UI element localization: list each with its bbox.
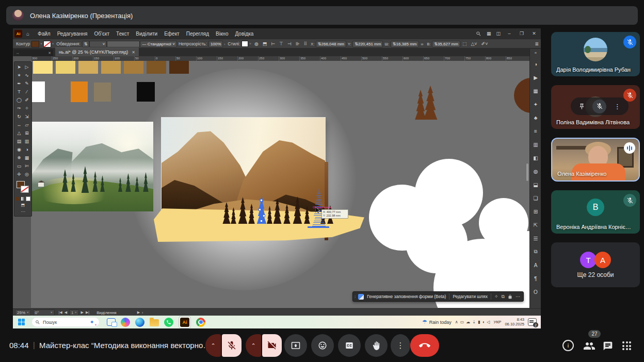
arrange-documents-icon[interactable]: ▦ [487, 31, 491, 36]
ellipse-tool-icon[interactable]: ◯ [15, 96, 23, 104]
last-artboard-icon[interactable]: ▶| [86, 310, 89, 315]
close-button[interactable]: ✕ [530, 31, 538, 36]
graph-tool-icon[interactable]: ▦ [23, 154, 31, 161]
task-view-icon[interactable] [107, 318, 116, 326]
none-mode-icon[interactable] [26, 197, 30, 201]
search-icon[interactable] [476, 31, 481, 37]
shared-screen[interactable]: Ai ⌂ Файл Редагування Об'єкт Текст Виділ… [13, 28, 541, 328]
magic-wand-tool-icon[interactable]: ✶ [15, 72, 23, 79]
layers-icon[interactable]: ❏ [530, 191, 541, 205]
file-explorer-icon[interactable] [150, 319, 159, 326]
distribute-icon[interactable]: ⊪ [296, 41, 300, 46]
variable-width-profile[interactable] [107, 41, 140, 47]
menu-object[interactable]: Об'єкт [94, 31, 109, 37]
mic-off-icon[interactable] [592, 100, 606, 113]
workspace-switcher-icon[interactable]: ◫ [496, 31, 501, 36]
gradient-mode-icon[interactable] [21, 197, 25, 201]
more-options-button[interactable]: ⋮ [391, 334, 410, 357]
pen-tool-icon[interactable]: ✒ [15, 80, 23, 87]
transparency-icon[interactable]: ◧ [530, 151, 541, 164]
document-setup-icon[interactable]: ⬒ [263, 41, 267, 46]
y-field[interactable]: ⇅ 220,451 mm [352, 41, 383, 47]
menu-edit[interactable]: Редагування [57, 31, 88, 37]
reactions-button[interactable] [311, 334, 334, 357]
camera-off-button[interactable] [262, 334, 282, 357]
stroke-color-swatch[interactable] [43, 41, 51, 47]
fill-stroke-indicator[interactable] [17, 181, 30, 195]
shape-builder-tool-icon[interactable]: △ [15, 129, 23, 137]
minimize-button[interactable]: – [506, 31, 513, 36]
participant-tile-daria[interactable]: Дарія Володимирівна Рубан [551, 32, 640, 76]
illustrator-canvas[interactable]: ⁞ Генеративне заповнення форми (Beta) Ре… [31, 61, 529, 308]
opentype-icon[interactable]: Ο [530, 285, 541, 299]
participant-tile-veronika[interactable]: В Вероніка Андріївна Корніє… [551, 190, 640, 234]
start-button[interactable] [18, 319, 25, 326]
next-artboard-icon[interactable]: ▶ [81, 310, 84, 315]
align-right-icon[interactable]: ⊣ [287, 41, 292, 46]
color-swatch[interactable] [147, 61, 166, 74]
transform-reference-icon[interactable]: ⠿ [304, 41, 308, 46]
zoom-tool-icon[interactable]: ◎ [23, 171, 31, 178]
draw-mode-icon[interactable]: ⬒ [14, 203, 31, 207]
edit-toolbar-icon[interactable]: ⋯ [14, 209, 31, 214]
taskbar-search[interactable]: Пошук ✦✦ [31, 317, 100, 327]
vertical-scrollbar[interactable] [526, 163, 528, 181]
more-options-icon[interactable]: ⋮ [614, 103, 621, 110]
color-swatch[interactable] [169, 61, 189, 74]
color-swatch[interactable] [124, 61, 143, 74]
status-back-icon[interactable]: ‹ [142, 311, 143, 315]
more-icon[interactable]: ⋯ [516, 294, 520, 299]
menu-file[interactable]: Файл [38, 31, 51, 37]
brushes-icon[interactable]: ✦ [530, 97, 541, 111]
width-tool-icon[interactable]: ↔ [15, 121, 23, 128]
slice-tool-icon[interactable]: ✄ [23, 162, 31, 170]
zoom-level-dropdown[interactable]: 25%˅ [15, 309, 31, 316]
align-icon[interactable]: ⧉ [530, 245, 541, 258]
people-button[interactable] [583, 340, 595, 352]
chat-button[interactable] [603, 341, 613, 351]
scale-tool-icon[interactable]: ⇲ [23, 113, 31, 120]
fill-color-swatch[interactable] [31, 41, 39, 47]
duplicate-icon[interactable]: ⧉ [501, 294, 504, 300]
participant-tile-overflow[interactable]: Т А Ще 22 особи [551, 242, 640, 287]
stroke-icon[interactable]: ≡ [530, 124, 541, 138]
opacity-label[interactable]: Непрозорість: [179, 41, 207, 46]
hand-tool-icon[interactable]: ✛ [15, 171, 23, 178]
activities-button[interactable] [622, 341, 631, 350]
brush-definition-dropdown[interactable]: — Стандартної ˅ [140, 41, 177, 47]
home-icon[interactable]: ⌂ [26, 31, 29, 37]
document-tab[interactable]: нь.ai* @ 25 % (CMYK/Перегляд) ✕ [55, 47, 139, 56]
color-icon[interactable]: ◑ [530, 57, 541, 71]
stroke-weight-stepper[interactable]: ⇅ [82, 41, 90, 47]
align-center-icon[interactable]: ⊤ [279, 41, 283, 46]
gradient-icon[interactable]: ▥ [530, 138, 541, 151]
anchor-point[interactable] [260, 199, 263, 202]
color-guide-icon[interactable]: ▶ [530, 71, 541, 84]
swatches-icon[interactable]: ▦ [530, 84, 541, 97]
anchor-point[interactable] [263, 215, 265, 217]
menu-effect[interactable]: Ефект [164, 31, 180, 37]
direct-selection-tool-icon[interactable]: ▷ [23, 63, 31, 71]
generative-fill-button[interactable]: Генеративне заповнення форми (Beta) [367, 294, 446, 299]
shape-properties-icon[interactable]: △˅ [471, 41, 477, 46]
tools-close-icon[interactable]: ✕ [48, 51, 51, 55]
raise-hand-button[interactable] [365, 334, 388, 357]
color-swatch-black[interactable] [137, 82, 155, 102]
menu-select[interactable]: Виділити [136, 31, 157, 37]
dock-toggle-icon[interactable]: ↔ [16, 51, 20, 55]
selection-tool-icon[interactable]: ➤ [15, 63, 23, 71]
copilot-icon[interactable] [121, 318, 130, 327]
edit-path-button[interactable]: Редагувати шлях [453, 294, 487, 299]
menu-type[interactable]: Текст [116, 31, 129, 37]
stray-tree[interactable] [422, 86, 439, 120]
mic-off-button[interactable] [222, 334, 242, 357]
keyboard-language[interactable]: УКР [493, 320, 501, 324]
first-artboard-icon[interactable]: |◀ [59, 310, 62, 315]
present-button[interactable] [284, 334, 307, 357]
perspective-grid-tool-icon[interactable]: ⊞ [23, 129, 31, 137]
tools-panel-header[interactable]: ↔ ✕ [14, 50, 53, 56]
artboards-icon[interactable]: ⊞ [530, 205, 541, 218]
menu-view[interactable]: Перегляд [186, 31, 209, 37]
free-transform-tool-icon[interactable]: ▱ [23, 121, 31, 128]
curvature-tool-icon[interactable]: ✎ [23, 80, 31, 87]
